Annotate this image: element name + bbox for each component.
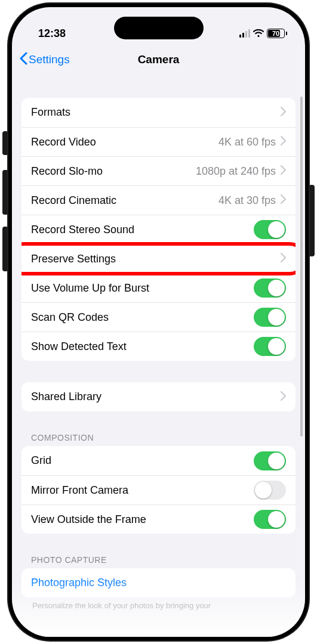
status-time: 12:38 (38, 27, 66, 40)
row-label: Record Cinematic (31, 194, 218, 207)
settings-group-photo-capture: Photographic Styles (21, 568, 296, 597)
row-scan-qr: Scan QR Codes (21, 302, 296, 332)
row-label: Formats (31, 106, 281, 119)
section-header-composition: COMPOSITION (21, 433, 296, 446)
toggle-mirror-front[interactable] (254, 481, 286, 500)
row-photographic-styles[interactable]: Photographic Styles (21, 568, 296, 597)
toggle-grid[interactable] (254, 451, 286, 470)
settings-group-composition: Grid Mirror Front Camera View Outside th… (21, 446, 296, 534)
row-link-label: Photographic Styles (31, 577, 286, 589)
row-label: Record Slo-mo (31, 165, 196, 178)
row-value: 4K at 60 fps (218, 136, 276, 148)
side-button (2, 131, 8, 155)
scrollbar-indicator[interactable] (300, 97, 303, 436)
toggle-volume-burst[interactable] (254, 278, 286, 298)
dynamic-island (114, 17, 204, 39)
chevron-right-icon (281, 107, 286, 119)
toggle-view-outside[interactable] (254, 510, 286, 529)
row-view-outside-frame: View Outside the Frame (21, 504, 296, 534)
chevron-right-icon (281, 253, 286, 265)
row-label: Show Detected Text (31, 340, 254, 353)
row-label: View Outside the Frame (31, 513, 254, 526)
section-header-photo-capture: PHOTO CAPTURE (21, 555, 296, 568)
row-mirror-front: Mirror Front Camera (21, 475, 296, 504)
row-record-video[interactable]: Record Video 4K at 60 fps (21, 127, 296, 156)
nav-bar: Settings Camera (12, 45, 305, 74)
row-value: 4K at 30 fps (218, 194, 276, 207)
power-btn (309, 185, 315, 256)
row-volume-burst: Use Volume Up for Burst (21, 273, 296, 302)
row-grid: Grid (21, 446, 296, 475)
row-shared-library[interactable]: Shared Library (21, 382, 296, 411)
row-detected-text: Show Detected Text (21, 332, 296, 361)
chevron-right-icon (281, 194, 286, 206)
row-label: Preserve Settings (31, 253, 281, 265)
chevron-left-icon (19, 52, 27, 68)
phone-frame: 12:38 70 Settings Cam (8, 4, 309, 640)
row-label: Grid (31, 454, 254, 467)
screen: 12:38 70 Settings Cam (12, 7, 305, 637)
toggle-scan-qr[interactable] (254, 308, 286, 327)
wifi-icon (253, 29, 264, 38)
chevron-right-icon (281, 391, 286, 403)
settings-content[interactable]: Formats Record Video 4K at 60 fps Record… (12, 74, 305, 615)
row-label: Mirror Front Camera (31, 484, 254, 497)
volume-down-btn (2, 227, 8, 271)
row-record-slomo[interactable]: Record Slo-mo 1080p at 240 fps (21, 156, 296, 185)
row-value: 1080p at 240 fps (196, 165, 276, 178)
cellular-icon (239, 29, 250, 38)
row-label: Record Stereo Sound (31, 224, 254, 236)
row-preserve-settings[interactable]: Preserve Settings (21, 244, 296, 273)
settings-group-main: Formats Record Video 4K at 60 fps Record… (21, 98, 296, 361)
row-label: Use Volume Up for Burst (31, 282, 254, 295)
row-record-cinematic[interactable]: Record Cinematic 4K at 30 fps (21, 185, 296, 215)
volume-up-btn (2, 170, 8, 215)
row-formats[interactable]: Formats (21, 98, 296, 127)
chevron-right-icon (281, 165, 286, 177)
toggle-stereo-sound[interactable] (254, 220, 286, 239)
battery-icon: 70 (267, 29, 287, 38)
back-button[interactable]: Settings (19, 52, 70, 68)
row-label: Scan QR Codes (31, 311, 254, 324)
footer-description: Personalize the look of your photos by b… (21, 597, 296, 615)
settings-group-shared: Shared Library (21, 382, 296, 411)
chevron-right-icon (281, 136, 286, 148)
row-label: Record Video (31, 136, 218, 148)
row-stereo-sound: Record Stereo Sound (21, 215, 296, 244)
back-label: Settings (29, 53, 70, 66)
row-label: Shared Library (31, 391, 281, 403)
toggle-detected-text[interactable] (254, 337, 286, 356)
